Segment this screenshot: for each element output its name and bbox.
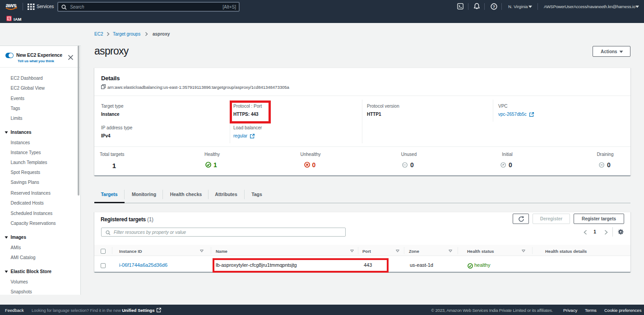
svg-text:?: ? [493, 4, 496, 9]
svg-text:aws: aws [5, 2, 16, 9]
